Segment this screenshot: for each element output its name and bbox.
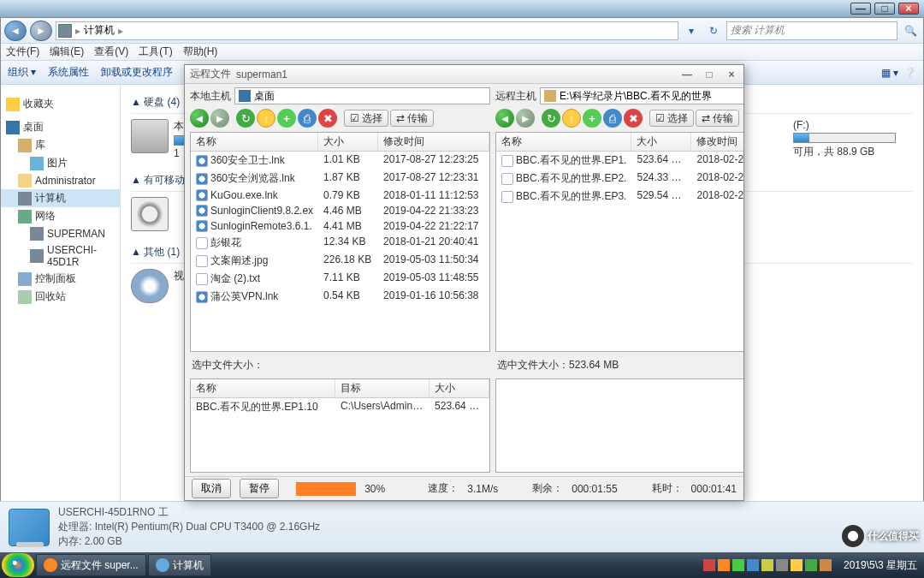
menu-help[interactable]: 帮助(H): [183, 45, 218, 59]
select-button[interactable]: ☑选择: [649, 110, 694, 127]
breadcrumb-item[interactable]: 计算机: [84, 23, 115, 38]
sidebar-desktop[interactable]: 桌面: [1, 118, 120, 136]
delete-button[interactable]: ✖: [318, 109, 337, 128]
dialog-close[interactable]: ×: [725, 69, 738, 80]
sidebar-computer[interactable]: 计算机: [1, 189, 120, 207]
print-button[interactable]: ⎙: [603, 109, 622, 128]
local-path-input[interactable]: 桌面: [234, 87, 490, 104]
close-button[interactable]: ×: [898, 3, 919, 15]
sidebar-favorites[interactable]: 收藏夹: [1, 95, 120, 113]
up-button[interactable]: ↑: [257, 109, 275, 128]
tray-icon[interactable]: [718, 559, 730, 571]
refresh-button[interactable]: ↻: [704, 21, 723, 40]
col-size[interactable]: 大小: [631, 133, 691, 151]
remote-file-list[interactable]: 名称 大小 修改时间 BBC.看不见的世界.EP1.523.64 MB2018-…: [495, 132, 743, 352]
drive-other[interactable]: 视: [131, 269, 184, 303]
col-name[interactable]: 名称: [496, 133, 631, 151]
uninstall-button[interactable]: 卸载或更改程序: [101, 65, 173, 80]
file-row[interactable]: BBC.看不见的世界.EP3.529.54 MB2018-02-28 23:14…: [496, 188, 743, 206]
up-button[interactable]: ↑: [562, 109, 581, 128]
col-date[interactable]: 修改时间: [691, 133, 743, 151]
tray-icon[interactable]: [805, 559, 817, 571]
refresh-button[interactable]: ↻: [236, 109, 255, 128]
qcol-target[interactable]: 目标: [335, 379, 429, 397]
file-row[interactable]: 淘金 (2).txt7.11 KB2019-05-03 11:48:55: [191, 270, 489, 288]
cancel-button[interactable]: 取消: [192, 479, 231, 498]
file-row[interactable]: BBC.看不见的世界.EP2.524.33 MB2018-02-28 23:14…: [496, 170, 743, 188]
nav-forward-button[interactable]: ►: [30, 21, 52, 41]
dialog-maximize[interactable]: □: [702, 69, 716, 80]
col-size[interactable]: 大小: [318, 133, 378, 151]
address-bar[interactable]: ▸ 计算机 ▸: [56, 21, 678, 40]
qcol-name[interactable]: 名称: [191, 379, 335, 397]
remote-queue[interactable]: [495, 378, 743, 473]
menu-tools[interactable]: 工具(T): [139, 45, 172, 59]
sidebar-superman[interactable]: SUPERMAN: [1, 225, 120, 242]
sidebar-userchi[interactable]: USERCHI-45D1R: [1, 242, 120, 270]
menu-edit[interactable]: 编辑(E): [50, 45, 84, 59]
queue-row[interactable]: BBC.看不见的世界.EP1.10C:\Users\Administr523.6…: [191, 398, 489, 416]
search-input[interactable]: 搜索 计算机: [726, 21, 897, 40]
col-date[interactable]: 修改时间: [378, 133, 489, 151]
forward-button[interactable]: ►: [516, 109, 535, 128]
dialog-minimize[interactable]: —: [680, 69, 694, 80]
sidebar-recycle[interactable]: 回收站: [1, 288, 120, 306]
back-button[interactable]: ◄: [190, 109, 209, 128]
start-button[interactable]: [2, 553, 34, 577]
forward-button[interactable]: ►: [210, 109, 229, 128]
minimize-button[interactable]: —: [850, 3, 871, 15]
taskbar-item-transfer[interactable]: 远程文件 super...: [36, 554, 146, 576]
transfer-button[interactable]: ⇄传输: [696, 110, 739, 127]
transfer-button[interactable]: ⇄传输: [390, 110, 434, 127]
tray-icon[interactable]: [747, 559, 759, 571]
tray-icon[interactable]: [820, 559, 832, 571]
sidebar-controlpanel[interactable]: 控制面板: [1, 270, 120, 288]
back-button[interactable]: ◄: [495, 109, 514, 128]
organize-button[interactable]: 组织 ▾: [8, 65, 36, 80]
menu-file[interactable]: 文件(F): [6, 45, 39, 59]
tray-icon[interactable]: [703, 559, 715, 571]
help-icon[interactable]: ❔: [903, 67, 916, 79]
delete-button[interactable]: ✖: [624, 109, 643, 128]
drive-dvd[interactable]: [131, 197, 169, 231]
col-name[interactable]: 名称: [191, 133, 318, 151]
qcol-size[interactable]: 大小: [429, 379, 489, 397]
taskbar-item-computer[interactable]: 计算机: [148, 554, 211, 576]
file-row[interactable]: SunloginRemote3.6.1.4.41 MB2019-04-22 21…: [191, 218, 489, 234]
file-row[interactable]: 360安全浏览器.lnk1.87 KB2017-08-27 12:23:31: [191, 170, 489, 188]
maximize-button[interactable]: □: [874, 3, 895, 15]
transfer-queue[interactable]: 名称 目标 大小 BBC.看不见的世界.EP1.10C:\Users\Admin…: [190, 378, 490, 473]
local-file-list[interactable]: 名称 大小 修改时间 360安全卫士.lnk1.01 KB2017-08-27 …: [190, 132, 490, 352]
tray-icon[interactable]: [761, 559, 773, 571]
file-row[interactable]: 360安全卫士.lnk1.01 KB2017-08-27 12:23:25: [191, 152, 489, 170]
file-row[interactable]: KuGou.exe.lnk0.79 KB2018-01-11 11:12:53: [191, 188, 489, 203]
file-row[interactable]: BBC.看不见的世界.EP1.523.64 MB2018-02-28 23:14…: [496, 152, 743, 170]
tray-icon[interactable]: [791, 559, 803, 571]
remote-path-input[interactable]: E:\科学纪录片\BBC.看不见的世界: [540, 87, 743, 104]
sidebar-library[interactable]: 库: [1, 136, 120, 154]
refresh-button[interactable]: ↻: [542, 109, 560, 128]
system-properties-button[interactable]: 系统属性: [48, 65, 89, 80]
nav-back-button[interactable]: ◄: [4, 21, 27, 41]
pause-button[interactable]: 暂停: [240, 479, 279, 498]
file-row[interactable]: 彭银花12.34 KB2018-01-21 20:40:41: [191, 234, 489, 252]
print-button[interactable]: ⎙: [298, 109, 317, 128]
view-options-button[interactable]: ▦ ▾: [881, 67, 898, 79]
file-row[interactable]: 文案阐述.jpg226.18 KB2019-05-03 11:50:34: [191, 252, 489, 270]
tray-icon[interactable]: [776, 559, 788, 571]
dialog-titlebar[interactable]: 远程文件 superman1 — □ ×: [185, 65, 743, 84]
sidebar-admin[interactable]: Administrator: [1, 172, 120, 189]
sidebar-pictures[interactable]: 图片: [1, 154, 120, 172]
search-icon[interactable]: 🔍: [901, 21, 920, 40]
sidebar-network[interactable]: 网络: [1, 207, 120, 225]
taskbar-clock[interactable]: 2019\5\3 星期五: [838, 560, 922, 571]
file-row[interactable]: SunloginClient9.8.2.ex4.46 MB2019-04-22 …: [191, 203, 489, 218]
file-row[interactable]: 蒲公英VPN.lnk0.54 KB2019-01-16 10:56:38: [191, 288, 489, 306]
newfolder-button[interactable]: +: [583, 109, 601, 128]
address-dropdown[interactable]: ▾: [682, 21, 701, 40]
tray-icon[interactable]: [732, 559, 744, 571]
newfolder-button[interactable]: +: [277, 109, 296, 128]
drive-f[interactable]: (F:) 可用，共 88.9 GB: [793, 119, 896, 159]
select-button[interactable]: ☑选择: [344, 110, 388, 127]
menu-view[interactable]: 查看(V): [94, 45, 128, 59]
